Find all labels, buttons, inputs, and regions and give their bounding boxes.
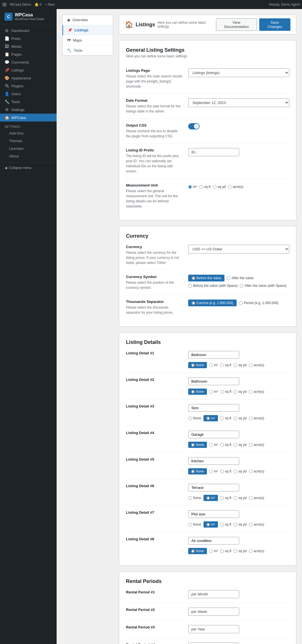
detail-8-sqyd-option[interactable]: sq yd <box>234 549 247 553</box>
detail-4-m2-option[interactable]: m² <box>209 443 218 447</box>
period-option[interactable]: Period (e.g. 1.000.000) <box>239 300 279 306</box>
sidebar-item-dashboard[interactable]: ⊞Dashboard <box>0 27 57 34</box>
unit-sqft-option[interactable]: sq ft <box>199 185 211 189</box>
before-value-space-radio[interactable] <box>188 284 192 288</box>
listing-detail-5-input[interactable] <box>188 457 239 465</box>
view-docs-button[interactable]: View Documentation <box>216 18 257 31</box>
before-value-radio[interactable] <box>192 276 195 280</box>
detail-3-sqft-option[interactable]: sq ft <box>220 416 232 420</box>
unit-acres-radio[interactable] <box>228 185 232 189</box>
rental-period-3-input[interactable] <box>188 625 239 633</box>
listing-detail-6-input[interactable] <box>188 484 239 491</box>
detail-7-acres-option[interactable]: acre(s) <box>249 522 264 526</box>
detail-1-sqyd-option[interactable]: sq yd <box>234 363 247 367</box>
wp-logo[interactable]: ⊞ <box>2 1 7 8</box>
detail-5-none-option[interactable]: None <box>188 468 207 474</box>
detail-6-acres-option[interactable]: acre(s) <box>249 496 264 500</box>
listings-page-select[interactable]: Listings (listings) <box>188 68 289 77</box>
detail-2-m2-option[interactable]: m² <box>209 390 218 394</box>
detail-1-m2-option[interactable]: m² <box>209 363 218 367</box>
output-css-toggle[interactable]: ✓ <box>188 123 200 129</box>
listing-detail-8-input[interactable] <box>188 537 239 545</box>
sidebar-item-posts[interactable]: 📄Posts <box>0 34 57 42</box>
detail-3-none-option[interactable]: None <box>188 416 201 420</box>
listing-detail-4-input[interactable] <box>188 431 239 438</box>
plugin-nav-item-overview[interactable]: ◉ Overview <box>63 15 113 25</box>
detail-1-sqft-option[interactable]: sq ft <box>220 363 232 367</box>
sidebar-item-add-ons[interactable]: Add-Ons <box>0 129 57 137</box>
listing-detail-3-input[interactable] <box>188 404 239 412</box>
sidebar-item-tools[interactable]: 🔧Tools <box>0 98 57 106</box>
comma-option[interactable]: Comma (e.g. 1,000,000) <box>188 300 237 306</box>
after-value-space-option[interactable]: After the value (with Space) <box>240 284 286 288</box>
rental-period-4-input[interactable] <box>188 643 239 644</box>
detail-5-acres-option[interactable]: acre(s) <box>249 469 264 473</box>
unit-sqyd-radio[interactable] <box>213 185 217 189</box>
detail-6-none-option[interactable]: None <box>188 496 201 500</box>
detail-2-none-option[interactable]: None <box>188 389 207 395</box>
detail-2-sqft-option[interactable]: sq ft <box>220 390 232 394</box>
rental-period-1-input[interactable] <box>188 590 239 598</box>
detail-3-sqyd-option[interactable]: sq yd <box>234 416 247 420</box>
unit-sqyd-option[interactable]: sq yd <box>213 185 226 189</box>
listing-detail-1-input[interactable] <box>188 351 239 359</box>
new-item[interactable]: + New <box>45 3 55 6</box>
plugin-nav-item-tools[interactable]: 🔧 Tools <box>63 45 113 55</box>
detail-4-sqyd-option[interactable]: sq yd <box>234 443 247 447</box>
sidebar-item-users[interactable]: 👤Users <box>0 90 57 98</box>
currency-select[interactable]: USD => US Dollar <box>188 245 289 253</box>
collapse-menu[interactable]: ◀ Collapse menu <box>0 162 57 173</box>
unit-m2-option[interactable]: m² <box>188 185 197 189</box>
detail-4-none-option[interactable]: None <box>188 442 207 448</box>
detail-8-acres-option[interactable]: acre(s) <box>249 549 264 553</box>
plugin-nav-item-maps[interactable]: 🗺 Maps <box>63 35 113 45</box>
detail-8-m2-option[interactable]: m² <box>209 549 218 553</box>
detail-5-sqft-option[interactable]: sq ft <box>220 469 232 473</box>
detail-6-m2-option[interactable]: m² <box>204 495 218 501</box>
sidebar-item-settings[interactable]: ⚙Settings <box>0 106 57 114</box>
detail-4-sqft-option[interactable]: sq ft <box>220 443 232 447</box>
sidebar-item-pages[interactable]: 📋Pages <box>0 50 57 58</box>
sidebar-item-listings[interactable]: 📌Listings <box>0 66 57 74</box>
detail-3-m2-option[interactable]: m² <box>204 415 218 421</box>
detail-2-acres-option[interactable]: acre(s) <box>249 390 264 394</box>
listing-id-prefix-input[interactable] <box>188 148 239 156</box>
detail-5-m2-option[interactable]: m² <box>209 469 218 473</box>
site-name[interactable]: WCasa Demo <box>10 3 31 6</box>
unit-acres-option[interactable]: acre(s) <box>228 185 243 189</box>
detail-6-sqyd-option[interactable]: sq yd <box>234 496 247 500</box>
after-value-option[interactable]: After the value <box>227 275 253 281</box>
detail-7-none-option[interactable]: None <box>188 522 201 526</box>
sidebar-item-appearance[interactable]: 🎨Appearance <box>0 74 57 82</box>
comma-radio[interactable] <box>192 301 195 305</box>
period-radio[interactable] <box>239 301 243 305</box>
detail-5-sqyd-option[interactable]: sq yd <box>234 469 247 473</box>
detail-1-none-option[interactable]: None <box>188 362 207 368</box>
before-value-space-option[interactable]: Before the value (with Space) <box>188 284 237 288</box>
detail-8-none-option[interactable]: None <box>188 548 207 554</box>
detail-6-sqft-option[interactable]: sq ft <box>220 496 232 500</box>
detail-7-sqft-option[interactable]: sq ft <box>220 522 232 526</box>
updates-icon[interactable]: 🔔 0 <box>35 3 42 6</box>
detail-4-acres-option[interactable]: acre(s) <box>249 443 264 447</box>
save-changes-button[interactable]: Save Changes <box>259 18 290 31</box>
detail-1-acres-option[interactable]: acre(s) <box>249 363 264 367</box>
before-value-option[interactable]: Before the value <box>188 275 224 281</box>
detail-7-sqyd-option[interactable]: sq yd <box>234 522 247 526</box>
detail-3-acres-option[interactable]: acre(s) <box>249 416 264 420</box>
detail-7-m2-option[interactable]: m² <box>204 521 218 528</box>
sidebar-item-licenses[interactable]: Licenses <box>0 145 57 152</box>
sidebar-item-plugins[interactable]: 🔌Plugins <box>0 82 57 90</box>
unit-sqft-radio[interactable] <box>199 185 203 189</box>
sidebar-item-media[interactable]: 🖼Media <box>0 42 57 50</box>
sidebar-item-wpcasa[interactable]: 🏠WPCasa <box>0 114 57 122</box>
date-format-select[interactable]: September 12, 2023 <box>188 98 289 107</box>
sidebar-item-themes[interactable]: Themes <box>0 137 57 145</box>
plugin-nav-item-listings[interactable]: 📌 Listings <box>63 25 113 35</box>
listing-detail-7-input[interactable] <box>188 510 239 518</box>
detail-2-sqyd-option[interactable]: sq yd <box>234 390 247 394</box>
after-value-space-radio[interactable] <box>240 284 243 288</box>
unit-m2-radio[interactable] <box>188 185 192 189</box>
sidebar-item-about[interactable]: About <box>0 152 57 160</box>
sidebar-item-comments[interactable]: 💬Comments <box>0 58 57 66</box>
